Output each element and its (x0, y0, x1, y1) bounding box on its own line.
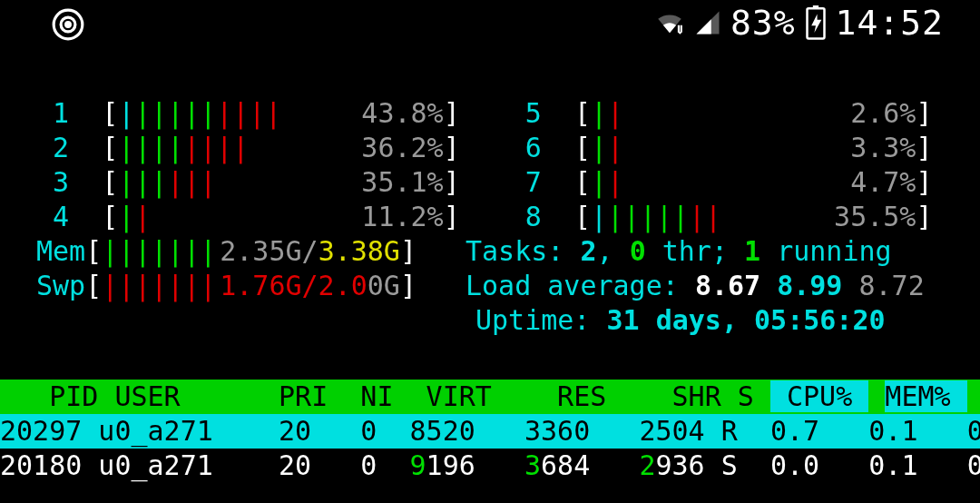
cell-signal-icon (694, 9, 721, 36)
htop-meters: 1 [|||||||||| 43.8%] 5 [|| 2.6%] 2 [||||… (36, 96, 933, 338)
svg-rect-4 (812, 5, 818, 9)
battery-percent: 83% (730, 5, 796, 40)
app-icon (51, 7, 85, 42)
process-row[interactable]: 20297 u0_a271 20 0 8520 3360 2504 R 0.7 … (0, 414, 980, 449)
svg-point-2 (66, 23, 71, 27)
status-clock: 14:52 (836, 5, 944, 40)
battery-charging-icon (805, 5, 827, 40)
android-status-bar: 83% 14:52 (0, 0, 980, 51)
wifi-icon (654, 7, 685, 38)
process-table-header[interactable]: PID USER PRI NI VIRT RES SHR S CPU% MEM% (0, 380, 980, 414)
process-row[interactable]: 20180 u0_a271 20 0 9196 3684 2936 S 0.0 … (0, 449, 980, 483)
